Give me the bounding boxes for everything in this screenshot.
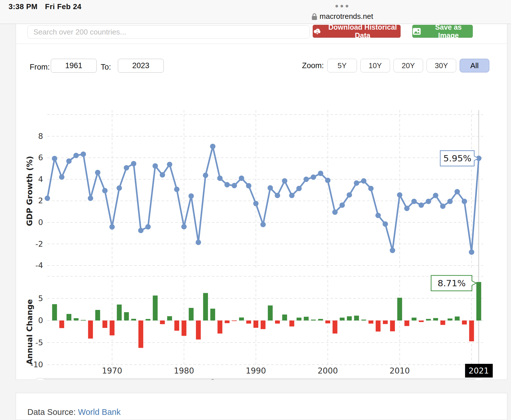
bar-2015 [433,318,438,320]
page: { "status_bar": { "time": "3:38 PM", "da… [0,0,511,420]
axis-labels: 86420-2-450-5-1019701980199020002010 [31,132,410,376]
svg-text:8.71%: 8.71% [438,278,466,288]
bar-1985 [217,320,222,334]
bar-1995 [289,320,294,326]
bar-1971 [117,305,122,320]
bar-1974 [138,320,143,348]
address-bar[interactable]: macrotrends.net [297,12,388,21]
bar-2011 [405,320,409,326]
zoom-10y-button[interactable]: 10Y [360,59,390,72]
bar-2003 [347,316,352,320]
save-as-image-button[interactable]: Save as Image [412,25,473,38]
zoom-30y-button[interactable]: 30Y [427,59,456,72]
download-historical-data-button[interactable]: Download Historical Data [313,25,401,38]
bar-1968 [95,310,100,320]
svg-text:1970: 1970 [102,366,122,376]
svg-text:8: 8 [38,132,43,141]
svg-text:5: 5 [38,294,43,303]
from-label: From: [30,63,50,72]
bar-tooltip: 8.71% [431,275,476,291]
bar-1991 [261,320,266,329]
bar-2014 [426,319,431,320]
svg-text:2000: 2000 [318,366,338,376]
bar-1963 [59,320,64,328]
status-time-date: 3:38 PMFri Feb 24 [9,2,82,11]
zoom-button-group: Zoom: 5Y 10Y 20Y 30Y All [302,59,489,72]
from-year-input[interactable] [51,59,97,73]
toolbar: Download Historical Data Save as Image [16,24,507,44]
status-time: 3:38 PM [9,2,38,11]
bar-1970 [110,320,114,335]
crosshair-year-label: 2021 [465,364,493,378]
bar-2016 [441,320,445,325]
svg-text:-5: -5 [35,338,43,347]
bar-1986 [225,320,230,323]
zoom-all-button[interactable]: All [460,59,489,72]
gdp-growth-axis-title: GDP Growth (%) [25,156,34,226]
bar-2007 [376,320,381,332]
svg-text:-2: -2 [35,240,43,248]
bar-2001 [333,320,338,334]
tabs-ellipsis-icon[interactable]: ••• [327,1,358,12]
bar-2005 [361,320,366,320]
world-bank-link[interactable]: World Bank [78,407,120,417]
svg-text:2: 2 [38,196,43,205]
bar-1967 [88,320,93,338]
bar-1996 [297,318,302,320]
bar-2009 [390,320,395,331]
svg-text:0: 0 [38,218,43,227]
bar-2020 [469,320,474,341]
chart-card: Download Historical Data Save as Image F… [16,24,507,380]
bar-1962 [52,304,57,320]
cloud-download-icon [313,27,322,35]
bar-2021 [476,282,481,320]
bar-1966 [81,320,86,320]
bar-1965 [74,318,78,320]
bar-2008 [383,320,388,324]
bar-1977 [160,320,165,324]
bar-2004 [354,316,359,320]
bar-1983 [203,293,208,320]
image-icon [413,28,421,35]
bar-1969 [102,320,107,328]
svg-text:2010: 2010 [389,366,410,376]
annual-change-bars [52,282,481,348]
zoom-5y-button[interactable]: 5Y [327,59,357,72]
bar-2010 [397,298,402,320]
bar-1999 [318,319,323,320]
bar-1975 [146,319,150,320]
bar-2012 [412,318,417,320]
bar-1984 [210,309,215,320]
svg-text:-4: -4 [35,261,43,270]
svg-text:5.95%: 5.95% [443,153,471,163]
bar-1964 [66,314,71,320]
bar-2002 [340,318,345,320]
range-controls: From: To: Zoom: 5Y 10Y 20Y 30Y All [16,44,507,78]
bar-2006 [369,320,373,324]
bar-1976 [153,295,158,320]
svg-text:1980: 1980 [174,366,194,376]
lock-icon [312,13,317,20]
search-input[interactable] [27,25,310,38]
zoom-label: Zoom: [302,61,324,70]
zoom-20y-button[interactable]: 20Y [393,59,423,72]
status-date: Fri Feb 24 [45,2,82,11]
bar-1972 [124,312,129,320]
svg-text:0: 0 [38,316,43,325]
bar-1989 [246,320,251,324]
bar-2018 [455,316,460,320]
to-year-input[interactable] [118,59,164,73]
save-button-label: Save as Image [424,23,472,40]
bar-1992 [268,305,273,320]
data-source-text: Data Source: World Bank [27,407,121,417]
bar-2000 [325,320,330,323]
gdp-growth-chart[interactable]: 86420-2-450-5-1019701980199020002010GDP … [16,77,508,412]
bar-1993 [275,320,280,324]
bar-1980 [181,320,186,336]
bar-1982 [196,320,201,340]
gdp-growth-markers [45,144,482,255]
bar-1987 [232,320,237,321]
bar-1994 [282,315,287,320]
bar-1988 [239,317,244,320]
data-source-label: Data Source: [27,407,76,417]
